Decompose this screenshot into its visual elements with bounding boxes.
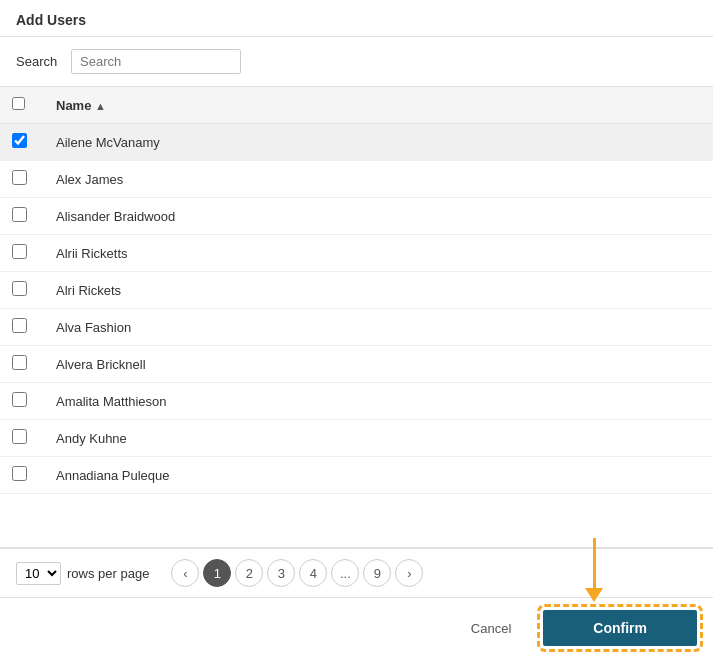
footer-row: Cancel Confirm bbox=[0, 598, 713, 658]
row-user-name: Alisander Braidwood bbox=[40, 198, 713, 235]
select-all-checkbox[interactable] bbox=[12, 97, 25, 110]
row-user-name: Alex James bbox=[40, 161, 713, 198]
table-row: Annadiana Puleque bbox=[0, 457, 713, 494]
row-checkbox-cell[interactable] bbox=[0, 346, 40, 383]
table-row: Amalita Matthieson bbox=[0, 383, 713, 420]
row-checkbox-cell[interactable] bbox=[0, 420, 40, 457]
row-checkbox[interactable] bbox=[12, 170, 27, 185]
arrow-head-icon bbox=[585, 588, 603, 602]
row-checkbox[interactable] bbox=[12, 133, 27, 148]
cancel-button[interactable]: Cancel bbox=[451, 613, 531, 644]
row-checkbox-cell[interactable] bbox=[0, 124, 40, 161]
pagination-row: 10 25 50 rows per page ‹ 1 2 3 4 ... 9 › bbox=[0, 548, 713, 597]
row-checkbox[interactable] bbox=[12, 355, 27, 370]
row-user-name: Ailene McVanamy bbox=[40, 124, 713, 161]
page-4-button[interactable]: 4 bbox=[299, 559, 327, 587]
users-table-container: Name ▲ Ailene McVanamyAlex JamesAlisande… bbox=[0, 87, 713, 548]
users-table-body: Ailene McVanamyAlex JamesAlisander Braid… bbox=[0, 124, 713, 494]
row-checkbox[interactable] bbox=[12, 466, 27, 481]
row-checkbox-cell[interactable] bbox=[0, 457, 40, 494]
sort-arrow-icon: ▲ bbox=[95, 100, 106, 112]
row-checkbox[interactable] bbox=[12, 392, 27, 407]
row-checkbox-cell[interactable] bbox=[0, 235, 40, 272]
row-user-name: Annadiana Puleque bbox=[40, 457, 713, 494]
row-checkbox-cell[interactable] bbox=[0, 272, 40, 309]
page-9-button[interactable]: 9 bbox=[363, 559, 391, 587]
row-checkbox[interactable] bbox=[12, 429, 27, 444]
page-1-button[interactable]: 1 bbox=[203, 559, 231, 587]
search-label: Search bbox=[16, 54, 61, 69]
users-table: Name ▲ Ailene McVanamyAlex JamesAlisande… bbox=[0, 87, 713, 494]
search-row: Search bbox=[0, 37, 713, 87]
row-checkbox[interactable] bbox=[12, 207, 27, 222]
name-column-label: Name bbox=[56, 98, 91, 113]
name-column-header[interactable]: Name ▲ bbox=[40, 87, 713, 124]
rows-per-page-control: 10 25 50 rows per page bbox=[16, 562, 149, 585]
dialog-title: Add Users bbox=[0, 0, 713, 37]
rows-per-page-select[interactable]: 10 25 50 bbox=[16, 562, 61, 585]
rows-per-page-label: rows per page bbox=[67, 566, 149, 581]
table-row: Alvera Bricknell bbox=[0, 346, 713, 383]
add-users-dialog: Add Users Search Name ▲ Ailene McVanamyA… bbox=[0, 0, 713, 658]
table-row: Ailene McVanamy bbox=[0, 124, 713, 161]
search-input[interactable] bbox=[71, 49, 241, 74]
row-checkbox-cell[interactable] bbox=[0, 309, 40, 346]
next-page-button[interactable]: › bbox=[395, 559, 423, 587]
row-user-name: Alva Fashion bbox=[40, 309, 713, 346]
table-row: Alex James bbox=[0, 161, 713, 198]
arrow-line bbox=[593, 538, 596, 588]
page-3-button[interactable]: 3 bbox=[267, 559, 295, 587]
row-user-name: Alrii Ricketts bbox=[40, 235, 713, 272]
footer-wrapper: Cancel Confirm bbox=[0, 597, 713, 658]
table-row: Alri Rickets bbox=[0, 272, 713, 309]
row-checkbox[interactable] bbox=[12, 244, 27, 259]
table-row: Alrii Ricketts bbox=[0, 235, 713, 272]
row-checkbox[interactable] bbox=[12, 318, 27, 333]
row-checkbox-cell[interactable] bbox=[0, 161, 40, 198]
row-user-name: Alri Rickets bbox=[40, 272, 713, 309]
confirm-button[interactable]: Confirm bbox=[543, 610, 697, 646]
page-2-button[interactable]: 2 bbox=[235, 559, 263, 587]
row-user-name: Alvera Bricknell bbox=[40, 346, 713, 383]
select-all-checkbox-header[interactable] bbox=[0, 87, 40, 124]
table-row: Andy Kuhne bbox=[0, 420, 713, 457]
table-row: Alisander Braidwood bbox=[0, 198, 713, 235]
page-navigation: ‹ 1 2 3 4 ... 9 › bbox=[171, 559, 423, 587]
prev-page-button[interactable]: ‹ bbox=[171, 559, 199, 587]
row-user-name: Amalita Matthieson bbox=[40, 383, 713, 420]
table-header-row: Name ▲ bbox=[0, 87, 713, 124]
row-checkbox[interactable] bbox=[12, 281, 27, 296]
arrow-indicator bbox=[585, 538, 603, 602]
page-ellipsis-button[interactable]: ... bbox=[331, 559, 359, 587]
table-row: Alva Fashion bbox=[0, 309, 713, 346]
row-checkbox-cell[interactable] bbox=[0, 383, 40, 420]
row-user-name: Andy Kuhne bbox=[40, 420, 713, 457]
row-checkbox-cell[interactable] bbox=[0, 198, 40, 235]
